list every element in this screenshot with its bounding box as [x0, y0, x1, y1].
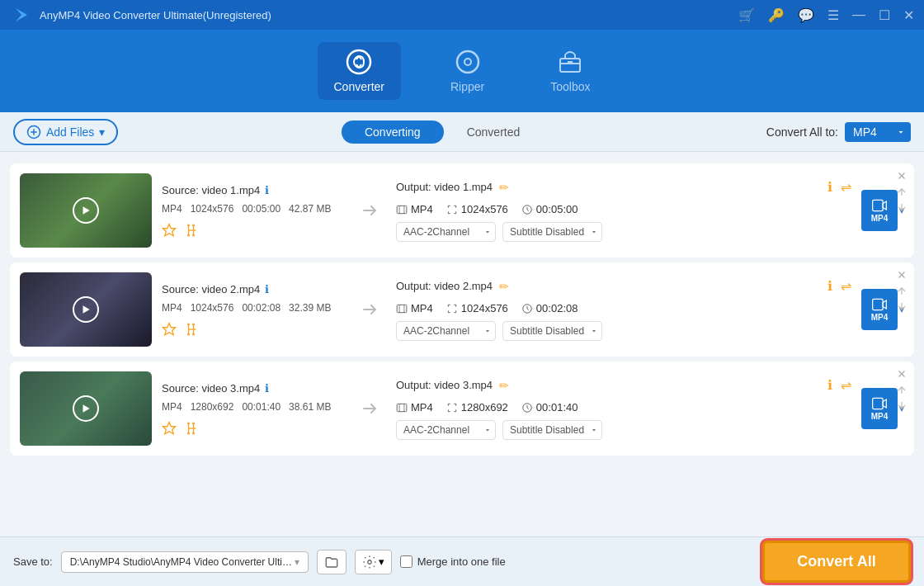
folder-button[interactable] — [317, 550, 346, 574]
file-meta-0: MP4 1024x576 00:05:00 42.87 MB — [162, 203, 343, 215]
star-icon-1[interactable] — [162, 322, 177, 337]
key-icon[interactable]: 🔑 — [768, 7, 785, 23]
tab-converting[interactable]: Converting — [342, 121, 444, 144]
svg-rect-21 — [873, 200, 884, 210]
svg-marker-33 — [83, 404, 90, 412]
file-meta-1: MP4 1024x576 00:02:08 32.39 MB — [162, 302, 343, 314]
info-icon-output-1[interactable]: ℹ — [827, 278, 832, 294]
gear-icon — [362, 555, 377, 569]
settings-icon-1[interactable]: ⇌ — [841, 278, 851, 294]
nav-converter[interactable]: Converter — [318, 42, 401, 100]
settings-button[interactable]: ▾ — [355, 550, 392, 574]
cart-icon[interactable]: 🛒 — [738, 7, 755, 23]
settings-icon-2[interactable]: ⇌ — [841, 377, 851, 393]
resize-icon-1 — [446, 303, 458, 314]
nav-ripper-label: Ripper — [450, 80, 484, 93]
edit-icon-0[interactable]: ✏ — [499, 181, 509, 194]
subtitle-select-1[interactable]: Subtitle Disabled Subtitle Enabled — [502, 321, 602, 341]
row-arrows-0 — [896, 187, 908, 213]
settings-dropdown-arrow[interactable]: ▾ — [379, 555, 384, 568]
edit-icon-2[interactable]: ✏ — [499, 379, 509, 392]
svg-point-44 — [367, 560, 371, 564]
output-duration-1: 00:02:08 — [521, 302, 578, 314]
file-actions-1 — [162, 322, 343, 337]
row-close-0[interactable] — [896, 170, 908, 185]
tab-converted[interactable]: Converted — [444, 121, 544, 144]
minimize-icon[interactable]: — — [852, 7, 865, 22]
row-close-2[interactable] — [896, 368, 908, 383]
info-icon-output-0[interactable]: ℹ — [827, 179, 832, 195]
video-badge-icon-1 — [871, 296, 888, 313]
cut-icon-2[interactable] — [185, 421, 200, 436]
svg-point-38 — [192, 432, 195, 434]
convert-all-button[interactable]: Convert All — [762, 541, 911, 583]
save-path-arrow[interactable]: ▾ — [295, 556, 299, 568]
down-arrow-icon-1[interactable] — [896, 300, 908, 312]
menu-icon[interactable]: ☰ — [827, 7, 839, 23]
up-arrow-icon-0[interactable] — [896, 187, 908, 198]
film-icon-2 — [396, 402, 408, 414]
svg-point-14 — [187, 234, 190, 236]
subtitle-select-0[interactable]: Subtitle Disabled Subtitle Enabled — [502, 222, 602, 242]
svg-marker-11 — [83, 206, 90, 214]
nav-toolbox[interactable]: Toolbox — [534, 42, 606, 100]
format-badge-1[interactable]: MP4 — [861, 289, 898, 330]
row-close-1[interactable] — [896, 269, 908, 284]
svg-point-26 — [192, 323, 195, 325]
output-name-2: Output: video 3.mp4 — [396, 379, 493, 391]
close-icon-2 — [896, 368, 908, 380]
output-resolution-0: 1024x576 — [446, 203, 508, 215]
info-icon-source-2[interactable]: ℹ — [265, 382, 269, 395]
subtitle-select-2[interactable]: Subtitle Disabled Subtitle Enabled — [502, 420, 602, 440]
play-button-2[interactable] — [73, 395, 99, 422]
chat-icon[interactable]: 💬 — [798, 7, 814, 23]
info-icon-source-0[interactable]: ℹ — [265, 184, 269, 196]
up-arrow-icon-1[interactable] — [896, 286, 908, 297]
svg-rect-17 — [397, 206, 407, 213]
save-path-field[interactable]: D:\AnyMP4 Studio\AnyMP4 Video Converter … — [61, 551, 309, 573]
output-col-1: Output: video 2.mp4 ✏ ℹ ⇌ MP4 1024x576 — [396, 278, 851, 341]
svg-point-36 — [187, 432, 190, 434]
output-details-2: MP4 1280x692 00:01:40 — [396, 401, 851, 414]
merge-checkbox[interactable] — [400, 555, 412, 568]
info-icon-source-1[interactable]: ℹ — [265, 283, 269, 295]
merge-label: Merge into one file — [417, 555, 506, 568]
edit-icon-1[interactable]: ✏ — [499, 280, 509, 293]
audio-select-0[interactable]: AAC-2Channel AAC-5.1Channel MP3-2Channel — [396, 222, 496, 242]
down-arrow-icon-2[interactable] — [896, 399, 908, 411]
star-icon-0[interactable] — [162, 223, 177, 238]
arrow-1 — [353, 300, 386, 319]
add-files-dropdown-arrow[interactable]: ▾ — [99, 125, 105, 139]
star-icon-2[interactable] — [162, 421, 177, 436]
info-icon-output-2[interactable]: ℹ — [827, 377, 832, 393]
maximize-icon[interactable]: ☐ — [879, 7, 890, 23]
cut-icon-1[interactable] — [185, 322, 200, 337]
up-arrow-icon-2[interactable] — [896, 385, 908, 396]
film-icon-1 — [396, 303, 408, 314]
format-select[interactable]: MP4 MKV AVI MOV — [845, 122, 911, 142]
svg-point-25 — [187, 333, 190, 335]
resize-icon-0 — [446, 204, 458, 215]
svg-point-16 — [192, 234, 195, 236]
svg-marker-12 — [163, 224, 176, 235]
close-icon[interactable]: ✕ — [903, 7, 914, 23]
svg-point-13 — [187, 224, 190, 226]
svg-point-3 — [457, 51, 478, 73]
output-header-2: Output: video 3.mp4 ✏ ℹ ⇌ — [396, 377, 851, 393]
format-badge-2[interactable]: MP4 — [861, 388, 898, 429]
svg-point-2 — [347, 50, 370, 73]
thumbnail-2 — [20, 371, 152, 446]
nav-ripper[interactable]: Ripper — [434, 42, 501, 100]
play-button-0[interactable] — [73, 197, 99, 224]
file-source-1: Source: video 2.mp4 ℹ — [162, 283, 343, 295]
audio-select-2[interactable]: AAC-2Channel AAC-5.1Channel MP3-2Channel — [396, 420, 496, 440]
format-badge-0[interactable]: MP4 — [861, 190, 898, 231]
settings-icon-0[interactable]: ⇌ — [841, 179, 851, 195]
down-arrow-icon-0[interactable] — [896, 201, 908, 213]
audio-select-1[interactable]: AAC-2Channel AAC-5.1Channel MP3-2Channel — [396, 321, 496, 341]
add-files-button[interactable]: Add Files ▾ — [13, 119, 118, 145]
play-button-1[interactable] — [73, 296, 99, 323]
svg-rect-5 — [560, 59, 580, 72]
cut-icon-0[interactable] — [185, 223, 200, 238]
file-list: Source: video 1.mp4 ℹ MP4 1024x576 00:05… — [0, 152, 924, 536]
